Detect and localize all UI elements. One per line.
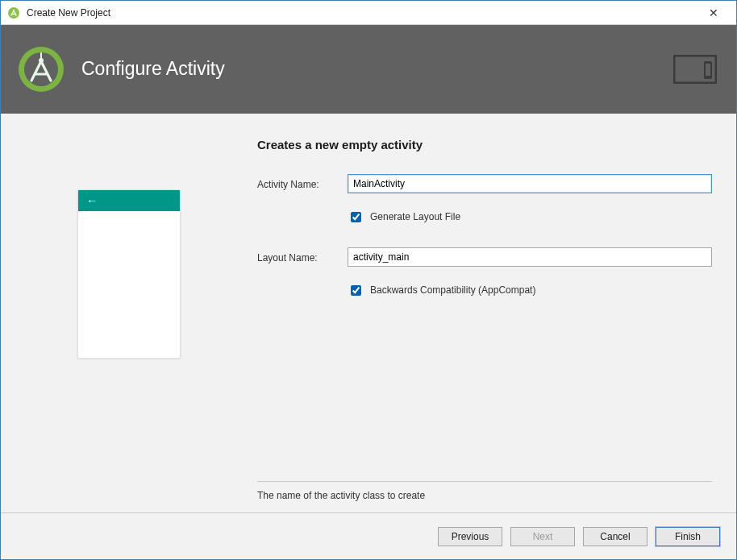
layout-name-input[interactable]: [348, 247, 712, 267]
hint-area: The name of the activity class to create: [257, 481, 712, 512]
backwards-compat-checkbox-label[interactable]: Backwards Compatibility (AppCompat): [348, 283, 712, 298]
next-button[interactable]: Next: [510, 527, 575, 546]
dialog-window: Create New Project ✕ Configure Activity: [0, 0, 737, 560]
svg-rect-8: [706, 64, 710, 76]
svg-point-0: [8, 7, 19, 19]
cancel-button[interactable]: Cancel: [583, 527, 647, 546]
svg-point-1: [13, 10, 15, 11]
previous-button[interactable]: Previous: [438, 527, 502, 546]
window-close-button[interactable]: ✕: [695, 1, 731, 25]
form-pane: Creates a new empty activity Activity Na…: [257, 114, 736, 513]
window-title: Create New Project: [27, 7, 695, 19]
layout-name-label: Layout Name:: [257, 251, 348, 263]
backwards-compat-checkbox[interactable]: [351, 285, 361, 296]
banner: Configure Activity: [1, 25, 736, 114]
back-arrow-icon: ←: [86, 194, 98, 207]
activity-preview: ←: [77, 189, 181, 359]
content-area: ← Creates a new empty activity Activity …: [1, 114, 736, 513]
button-bar: Previous Next Cancel Finish: [1, 512, 736, 559]
activity-name-label: Activity Name:: [257, 177, 348, 190]
layout-name-row: Layout Name:: [257, 247, 712, 267]
hint-text: The name of the activity class to create: [257, 490, 425, 501]
preview-appbar: ←: [78, 190, 180, 211]
titlebar: Create New Project ✕: [1, 1, 736, 25]
finish-button[interactable]: Finish: [656, 527, 720, 546]
close-icon: ✕: [709, 6, 718, 19]
preview-pane: ←: [1, 114, 257, 513]
generate-layout-row: Generate Layout File: [257, 203, 712, 238]
device-preview-icon: [673, 55, 717, 84]
generate-layout-checkbox-label[interactable]: Generate Layout File: [348, 209, 712, 225]
backwards-compat-text: Backwards Compatibility (AppCompat): [370, 284, 535, 296]
banner-title: Configure Activity: [81, 58, 673, 80]
section-heading: Creates a new empty activity: [257, 138, 712, 151]
backwards-compat-row: Backwards Compatibility (AppCompat): [257, 276, 712, 311]
activity-name-row: Activity Name:: [257, 174, 712, 193]
generate-layout-text: Generate Layout File: [370, 211, 460, 222]
app-icon: [7, 6, 20, 19]
android-studio-logo-icon: [17, 45, 65, 93]
generate-layout-checkbox[interactable]: [351, 212, 361, 222]
activity-name-input[interactable]: [348, 174, 712, 193]
